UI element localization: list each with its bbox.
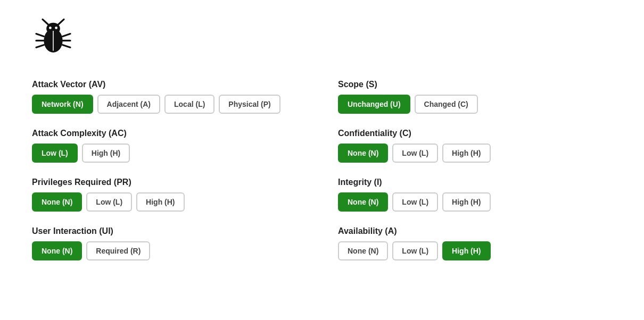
btn-s_changed[interactable]: Changed (C) xyxy=(415,95,478,114)
button-group-scope: Unchanged (U)Changed (C) xyxy=(338,95,612,114)
section-privileges_required: Privileges Required (PR)None (N)Low (L)H… xyxy=(32,178,306,212)
svg-line-9 xyxy=(63,34,70,37)
button-group-attack_vector: Network (N)Adjacent (A)Local (L)Physical… xyxy=(32,95,306,114)
svg-line-11 xyxy=(63,45,70,47)
btn-av_local[interactable]: Local (L) xyxy=(164,95,214,114)
svg-line-3 xyxy=(59,19,64,24)
btn-a_low[interactable]: Low (L) xyxy=(392,241,438,260)
btn-pr_low[interactable]: Low (L) xyxy=(86,192,132,212)
svg-point-5 xyxy=(55,27,57,29)
header xyxy=(32,16,612,58)
btn-av_network[interactable]: Network (N) xyxy=(32,95,93,114)
btn-i_low[interactable]: Low (L) xyxy=(392,192,438,212)
btn-pr_high[interactable]: High (H) xyxy=(136,192,184,212)
btn-a_none[interactable]: None (N) xyxy=(338,241,388,260)
section-integrity: Integrity (I)None (N)Low (L)High (H) xyxy=(338,178,612,212)
right-column: Scope (S)Unchanged (U)Changed (C)Confide… xyxy=(338,80,612,260)
section-label-privileges_required: Privileges Required (PR) xyxy=(32,178,306,187)
svg-point-4 xyxy=(49,27,52,29)
section-label-attack_complexity: Attack Complexity (AC) xyxy=(32,129,306,138)
btn-ui_none[interactable]: None (N) xyxy=(32,241,82,260)
section-user_interaction: User Interaction (UI)None (N)Required (R… xyxy=(32,226,306,260)
svg-line-6 xyxy=(36,34,44,37)
section-availability: Availability (A)None (N)Low (L)High (H) xyxy=(338,226,612,260)
btn-ac_low[interactable]: Low (L) xyxy=(32,144,78,163)
section-label-confidentiality: Confidentiality (C) xyxy=(338,129,612,138)
btn-s_unchanged[interactable]: Unchanged (U) xyxy=(338,95,410,114)
section-label-integrity: Integrity (I) xyxy=(338,178,612,187)
btn-av_physical[interactable]: Physical (P) xyxy=(219,95,280,114)
section-label-availability: Availability (A) xyxy=(338,226,612,236)
btn-pr_none[interactable]: None (N) xyxy=(32,192,82,212)
btn-c_low[interactable]: Low (L) xyxy=(392,144,438,163)
svg-line-8 xyxy=(36,45,44,47)
section-label-user_interaction: User Interaction (UI) xyxy=(32,226,306,236)
button-group-attack_complexity: Low (L)High (H) xyxy=(32,144,306,163)
section-label-attack_vector: Attack Vector (AV) xyxy=(32,80,306,89)
btn-av_adjacent[interactable]: Adjacent (A) xyxy=(97,95,160,114)
btn-ac_high[interactable]: High (H) xyxy=(82,144,130,163)
btn-ui_required[interactable]: Required (R) xyxy=(86,241,150,260)
section-attack_vector: Attack Vector (AV)Network (N)Adjacent (A… xyxy=(32,80,306,114)
button-group-confidentiality: None (N)Low (L)High (H) xyxy=(338,144,612,163)
left-column: Attack Vector (AV)Network (N)Adjacent (A… xyxy=(32,80,306,260)
btn-c_none[interactable]: None (N) xyxy=(338,144,388,163)
btn-a_high[interactable]: High (H) xyxy=(442,241,490,260)
section-label-scope: Scope (S) xyxy=(338,80,612,89)
button-group-privileges_required: None (N)Low (L)High (H) xyxy=(32,192,306,212)
button-group-user_interaction: None (N)Required (R) xyxy=(32,241,306,260)
section-confidentiality: Confidentiality (C)None (N)Low (L)High (… xyxy=(338,129,612,163)
bug-icon xyxy=(32,16,75,58)
section-scope: Scope (S)Unchanged (U)Changed (C) xyxy=(338,80,612,114)
btn-i_high[interactable]: High (H) xyxy=(442,192,490,212)
btn-c_high[interactable]: High (H) xyxy=(442,144,490,163)
section-attack_complexity: Attack Complexity (AC)Low (L)High (H) xyxy=(32,129,306,163)
svg-line-2 xyxy=(43,19,48,24)
main-content: Attack Vector (AV)Network (N)Adjacent (A… xyxy=(32,80,612,260)
btn-i_none[interactable]: None (N) xyxy=(338,192,388,212)
button-group-availability: None (N)Low (L)High (H) xyxy=(338,241,612,260)
button-group-integrity: None (N)Low (L)High (H) xyxy=(338,192,612,212)
